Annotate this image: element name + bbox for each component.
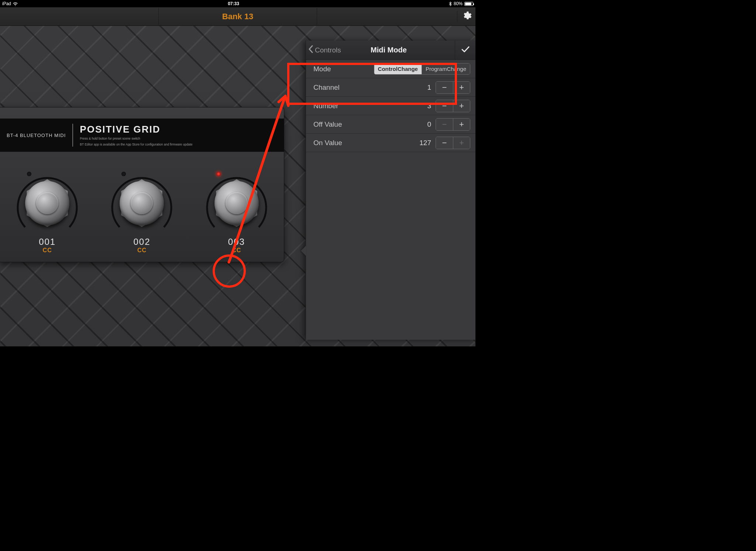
- nav-left-slot[interactable]: [0, 8, 158, 25]
- divider: [72, 124, 73, 147]
- footswitch-mode: CC: [43, 247, 52, 254]
- footswitch-button[interactable]: [25, 181, 69, 225]
- carrier-label: iPad: [2, 1, 11, 6]
- mode-row: Mode ControlChangeProgramChange: [306, 60, 475, 78]
- app-nav-bar: Bank 13: [0, 7, 475, 26]
- footswitch-001: 001CC: [0, 161, 94, 261]
- plus-icon: +: [459, 120, 464, 129]
- off-value-increment[interactable]: +: [453, 119, 470, 130]
- footswitch-button[interactable]: [214, 181, 259, 225]
- panel-title: Midi Mode: [323, 46, 455, 54]
- footswitch-button[interactable]: [120, 181, 164, 225]
- footswitch-number: 003: [228, 237, 245, 247]
- on-value-row: On Value127−+: [306, 134, 475, 152]
- pedal-device: BT-4 BLUETOOTH MIDI POSITIVE GRID Press …: [0, 107, 284, 262]
- bank-title: Bank 13: [222, 12, 253, 21]
- plus-icon: +: [459, 83, 464, 92]
- on-value-decrement[interactable]: −: [436, 137, 453, 149]
- on-value-value: 127: [419, 139, 431, 147]
- midi-mode-panel: Controls Midi Mode Mode ControlChangePro…: [306, 41, 475, 340]
- battery-percent: 80%: [454, 1, 463, 6]
- device-tagline-1: Press & hold button for preset scene swi…: [80, 137, 192, 141]
- confirm-button[interactable]: [455, 41, 475, 59]
- footswitch-mode: CC: [137, 247, 147, 254]
- channel-decrement[interactable]: −: [436, 82, 453, 93]
- battery-icon: [464, 2, 473, 6]
- minus-icon: −: [442, 139, 447, 147]
- off-value-decrement[interactable]: −: [436, 119, 453, 130]
- minus-icon: −: [442, 83, 447, 92]
- channel-label: Channel: [313, 83, 340, 92]
- number-row: Number3−+: [306, 97, 475, 115]
- on-value-increment[interactable]: +: [453, 137, 470, 149]
- nav-center-slot[interactable]: Bank 13: [158, 8, 317, 25]
- status-bar: iPad 07:33 80%: [0, 0, 475, 7]
- chevron-left-icon: [308, 45, 313, 55]
- channel-value: 1: [427, 83, 431, 92]
- footswitch-003: 003CC: [189, 161, 284, 261]
- plus-icon: +: [459, 102, 464, 110]
- number-value: 3: [427, 102, 431, 110]
- number-label: Number: [313, 102, 339, 110]
- device-model-label: BT-4 BLUETOOTH MIDI: [7, 133, 66, 138]
- status-led: [216, 172, 221, 176]
- off-value-label: Off Value: [313, 120, 342, 129]
- mode-segmented-control[interactable]: ControlChangeProgramChange: [374, 63, 470, 75]
- on-value-label: On Value: [313, 139, 342, 147]
- mode-option-programchange[interactable]: ProgramChange: [422, 64, 470, 74]
- device-tagline-2: BT Editor app is available on the App St…: [80, 143, 192, 147]
- footswitch-002: 002CC: [94, 161, 189, 261]
- footswitch-number: 001: [39, 237, 56, 247]
- footswitch-mode: CC: [232, 247, 241, 254]
- bluetooth-icon: [449, 1, 452, 6]
- mode-option-controlchange[interactable]: ControlChange: [374, 64, 422, 74]
- check-icon: [461, 46, 470, 54]
- minus-icon: −: [442, 102, 447, 110]
- plus-icon: +: [459, 139, 464, 147]
- off-value-row: Off Value0−+: [306, 115, 475, 134]
- minus-icon: −: [442, 120, 447, 129]
- number-stepper: −+: [436, 100, 470, 112]
- channel-increment[interactable]: +: [453, 82, 470, 93]
- settings-button[interactable]: [457, 11, 475, 23]
- channel-row: Channel1−+: [306, 78, 475, 97]
- channel-stepper: −+: [436, 81, 470, 94]
- device-brand: POSITIVE GRID: [80, 124, 192, 135]
- number-decrement[interactable]: −: [436, 100, 453, 112]
- number-increment[interactable]: +: [453, 100, 470, 112]
- nav-right-slot: [317, 8, 475, 25]
- gear-icon: [461, 11, 472, 23]
- footswitch-number: 002: [133, 237, 150, 247]
- wifi-icon: [13, 2, 18, 6]
- off-value-value: 0: [427, 120, 431, 129]
- mode-row-label: Mode: [313, 65, 331, 73]
- on-value-stepper: −+: [436, 137, 470, 149]
- off-value-stepper: −+: [436, 118, 470, 131]
- status-time: 07:33: [18, 1, 449, 6]
